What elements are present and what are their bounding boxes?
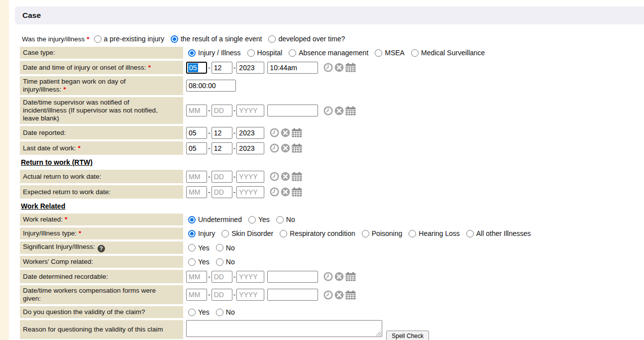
- radio-option-no[interactable]: No: [216, 244, 235, 252]
- recordable-month-input[interactable]: [186, 271, 207, 283]
- clear-icon[interactable]: [334, 63, 344, 72]
- expected-rtw-year-input[interactable]: [236, 186, 264, 198]
- radio-icon[interactable]: [216, 244, 223, 251]
- wc-forms-month-input[interactable]: [186, 289, 207, 301]
- injury-year-input[interactable]: [236, 62, 264, 74]
- radio-option-msea[interactable]: MSEA: [375, 49, 405, 57]
- expected-rtw-month-input[interactable]: [186, 186, 207, 198]
- radio-option-a-pre-existing-injury[interactable]: a pre-existing injury: [94, 35, 164, 43]
- actual-rtw-year-input[interactable]: [236, 171, 264, 183]
- radio-icon[interactable]: [188, 309, 196, 316]
- radio-option-no[interactable]: No: [216, 308, 235, 316]
- supervisor-year-input[interactable]: [236, 105, 264, 116]
- help-icon[interactable]: ?: [98, 245, 105, 252]
- last-work-month-input[interactable]: [186, 142, 207, 154]
- radio-option-yes[interactable]: Yes: [248, 216, 270, 224]
- clock-icon[interactable]: [270, 143, 279, 153]
- radio-selected-icon[interactable]: [188, 230, 196, 237]
- wc-forms-day-input[interactable]: [212, 289, 232, 301]
- calendar-icon[interactable]: [345, 272, 356, 281]
- calendar-icon[interactable]: [345, 63, 356, 72]
- clock-icon[interactable]: [323, 290, 333, 300]
- clock-icon[interactable]: [270, 128, 279, 137]
- radio-option-poisoning[interactable]: Poisoning: [362, 229, 403, 237]
- injury-month-input[interactable]: 05: [186, 62, 207, 74]
- radio-option-skin-disorder[interactable]: Skin Disorder: [221, 229, 273, 237]
- calendar-icon[interactable]: [292, 187, 302, 197]
- radio-icon[interactable]: [276, 216, 284, 224]
- radio-option-all-other-illnesses[interactable]: All other Illnesses: [466, 229, 531, 237]
- recordable-day-input[interactable]: [212, 271, 232, 283]
- radio-icon[interactable]: [216, 258, 223, 266]
- radio-option-developed-over-time[interactable]: developed over time?: [268, 35, 345, 43]
- reason-textarea[interactable]: [186, 320, 382, 337]
- calendar-icon[interactable]: [292, 128, 302, 137]
- injury-day-input[interactable]: [212, 62, 232, 74]
- radio-option-the-result-of-a-single-event[interactable]: the result of a single event: [171, 35, 262, 43]
- radio-option-hearing-loss[interactable]: Hearing Loss: [409, 229, 460, 237]
- calendar-icon[interactable]: [345, 106, 356, 115]
- reported-year-input[interactable]: [236, 127, 264, 139]
- clear-icon[interactable]: [281, 187, 290, 197]
- clock-icon[interactable]: [270, 172, 279, 181]
- clock-icon[interactable]: [270, 187, 279, 197]
- expected-rtw-day-input[interactable]: [212, 186, 232, 198]
- radio-icon[interactable]: [248, 216, 256, 224]
- supervisor-day-input[interactable]: [212, 105, 232, 116]
- radio-icon[interactable]: [362, 230, 369, 237]
- radio-option-undetermined[interactable]: Undetermined: [188, 216, 242, 224]
- radio-icon[interactable]: [466, 230, 474, 237]
- radio-option-absence-management[interactable]: Absence management: [289, 49, 368, 57]
- clock-icon[interactable]: [323, 272, 333, 281]
- radio-icon[interactable]: [280, 230, 287, 237]
- calendar-icon[interactable]: [292, 172, 302, 181]
- radio-icon[interactable]: [247, 49, 255, 57]
- actual-rtw-month-input[interactable]: [186, 171, 207, 183]
- radio-option-injury-illness[interactable]: Injury / Illness: [188, 49, 241, 57]
- wc-forms-time-input[interactable]: [267, 289, 318, 301]
- clear-icon[interactable]: [281, 172, 290, 181]
- reported-month-input[interactable]: [186, 127, 207, 139]
- radio-icon[interactable]: [289, 49, 296, 57]
- radio-option-medical-surveillance[interactable]: Medical Surveillance: [411, 49, 485, 57]
- supervisor-time-input[interactable]: [267, 105, 318, 116]
- radio-icon[interactable]: [375, 49, 382, 57]
- wc-forms-year-input[interactable]: [236, 289, 264, 301]
- radio-option-hospital[interactable]: Hospital: [247, 49, 283, 57]
- last-work-year-input[interactable]: [236, 142, 264, 154]
- clear-icon[interactable]: [334, 272, 344, 281]
- radio-icon[interactable]: [221, 230, 229, 237]
- radio-icon[interactable]: [188, 258, 196, 266]
- radio-icon[interactable]: [188, 244, 196, 251]
- radio-option-yes[interactable]: Yes: [188, 308, 210, 316]
- supervisor-month-input[interactable]: [186, 105, 207, 116]
- clear-icon[interactable]: [281, 143, 290, 153]
- radio-icon[interactable]: [268, 35, 276, 43]
- calendar-icon[interactable]: [292, 143, 302, 153]
- radio-option-no[interactable]: No: [276, 216, 295, 224]
- radio-option-yes[interactable]: Yes: [188, 258, 210, 266]
- injury-time-input[interactable]: [267, 62, 318, 74]
- radio-option-injury[interactable]: Injury: [188, 229, 215, 237]
- clock-icon[interactable]: [323, 63, 333, 72]
- radio-selected-icon[interactable]: [188, 49, 196, 57]
- clear-icon[interactable]: [281, 128, 290, 137]
- reported-day-input[interactable]: [212, 127, 232, 139]
- radio-icon[interactable]: [216, 309, 223, 316]
- recordable-year-input[interactable]: [236, 271, 264, 283]
- radio-selected-icon[interactable]: [171, 35, 178, 43]
- last-work-day-input[interactable]: [212, 142, 232, 154]
- radio-option-no[interactable]: No: [216, 258, 235, 266]
- radio-icon[interactable]: [411, 49, 419, 57]
- spell-check-button[interactable]: Spell Check: [386, 331, 429, 340]
- clock-icon[interactable]: [323, 106, 333, 115]
- radio-icon[interactable]: [94, 35, 102, 43]
- radio-selected-icon[interactable]: [188, 216, 196, 224]
- clear-icon[interactable]: [334, 290, 344, 300]
- radio-option-yes[interactable]: Yes: [188, 244, 210, 252]
- radio-option-respiratory-condition[interactable]: Respiratory condition: [280, 229, 355, 237]
- began-work-time-input[interactable]: [186, 80, 236, 92]
- actual-rtw-day-input[interactable]: [212, 171, 232, 183]
- recordable-time-input[interactable]: [267, 271, 318, 283]
- clear-icon[interactable]: [334, 106, 344, 115]
